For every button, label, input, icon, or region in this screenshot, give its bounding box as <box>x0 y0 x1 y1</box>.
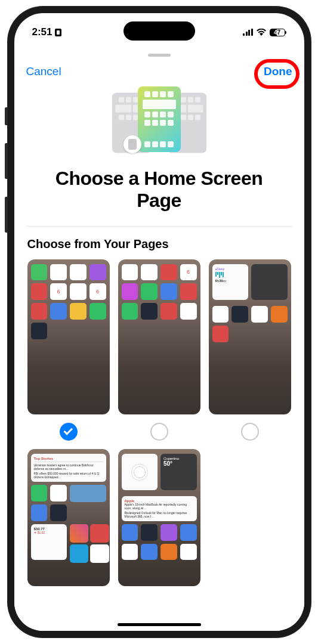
status-right: 47 <box>243 29 286 36</box>
page-option-4[interactable]: Top Stories Ukrainian leaders agree to c… <box>27 449 110 586</box>
section-header: Choose from Your Pages <box>14 237 304 259</box>
battery-percent: 47 <box>270 29 285 36</box>
page-option-3[interactable]: ●Sleep 6h36m <box>209 259 291 441</box>
selection-indicator[interactable] <box>241 423 259 441</box>
page-thumbnail: 6 <box>118 259 200 415</box>
page-thumbnail: 66 <box>27 259 110 415</box>
modal-sheet: Cancel Done <box>14 49 304 631</box>
done-button[interactable]: Done <box>264 65 292 78</box>
page-title: Choose a Home Screen Page <box>14 168 304 212</box>
screen: 2:51 47 Cancel Done <box>14 13 304 631</box>
page-thumbnail: ●Sleep 6h36m <box>209 259 291 415</box>
page-thumbnail: Cupertino50° Apple Apple's 15-inch MacBo… <box>118 449 200 586</box>
page-option-2[interactable]: 6 <box>118 259 200 441</box>
page-option-1[interactable]: 66 <box>27 259 110 441</box>
side-buttons <box>5 107 7 250</box>
profile-badge-icon <box>124 135 141 153</box>
selection-indicator[interactable] <box>60 423 78 441</box>
page-thumbnail: Top Stories Ukrainian leaders agree to c… <box>27 449 110 586</box>
selection-indicator[interactable] <box>150 423 168 441</box>
checkmark-icon <box>63 426 73 435</box>
pages-grid: 66 6 <box>14 259 304 587</box>
phone-device-frame: 2:51 47 Cancel Done <box>7 6 311 638</box>
status-time: 2:51 <box>32 26 61 38</box>
cancel-button[interactable]: Cancel <box>26 65 61 78</box>
cellular-icon <box>243 29 253 36</box>
battery-icon: 47 <box>270 29 286 36</box>
dynamic-island <box>124 21 195 41</box>
nav-bar: Cancel Done <box>14 57 304 84</box>
divider <box>26 226 292 227</box>
focus-icon <box>55 29 61 36</box>
wifi-icon <box>257 29 266 36</box>
page-option-5[interactable]: Cupertino50° Apple Apple's 15-inch MacBo… <box>118 449 200 586</box>
home-indicator[interactable] <box>118 623 201 626</box>
time-label: 2:51 <box>32 26 53 38</box>
hero-illustration <box>14 86 304 158</box>
